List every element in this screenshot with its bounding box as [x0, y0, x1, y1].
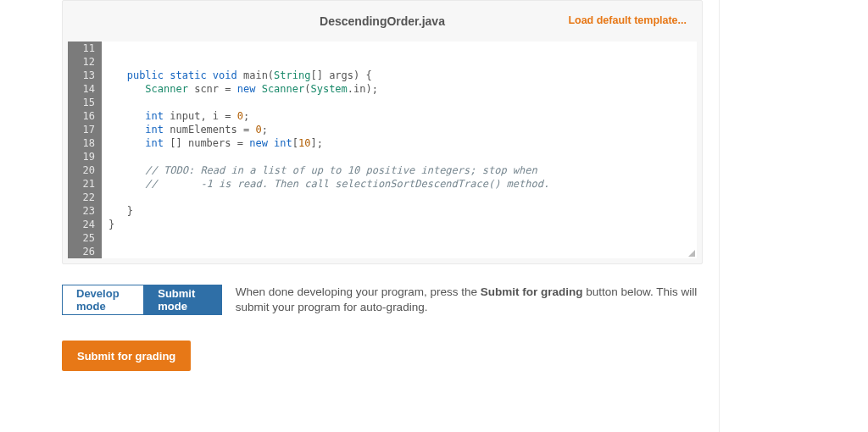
develop-mode-button[interactable]: Develop mode: [62, 285, 143, 315]
submit-for-grading-button[interactable]: Submit for grading: [62, 341, 191, 371]
code-content: int numElements = 0;: [102, 123, 697, 136]
code-content: // TODO: Read in a list of up to 10 posi…: [102, 163, 697, 177]
code-content: // -1 is read. Then call selectionSortDe…: [102, 177, 697, 191]
mode-help-bold: Submit for grading: [481, 285, 583, 298]
code-content: int input, i = 0;: [102, 109, 697, 123]
code-content: }: [102, 204, 697, 218]
code-content: [102, 245, 697, 258]
code-content: [102, 55, 697, 69]
code-line: 26: [68, 245, 697, 258]
submit-mode-button[interactable]: Submit mode: [143, 285, 222, 315]
line-number: 18: [68, 136, 102, 150]
code-editor[interactable]: 11 12 13 public static void main(String[…: [68, 42, 697, 258]
code-line: 25: [68, 231, 697, 245]
code-line: 11: [68, 42, 697, 55]
line-number: 16: [68, 109, 102, 123]
line-number: 20: [68, 163, 102, 177]
code-line: 18 int [] numbers = new int[10];: [68, 136, 697, 150]
code-content: [102, 231, 697, 245]
line-number: 17: [68, 123, 102, 136]
content-card: DescendingOrder.java Load default templa…: [47, 0, 718, 371]
code-content: [102, 150, 697, 163]
code-line: 13 public static void main(String[] args…: [68, 69, 697, 82]
code-line: 19: [68, 150, 697, 163]
code-line: 16 int input, i = 0;: [68, 109, 697, 123]
line-number: 23: [68, 204, 102, 218]
code-line: 15: [68, 96, 697, 109]
code-lines: 11 12 13 public static void main(String[…: [68, 42, 697, 258]
code-line: 21 // -1 is read. Then call selectionSor…: [68, 177, 697, 191]
code-line: 22: [68, 191, 697, 204]
line-number: 11: [68, 42, 102, 55]
line-number: 21: [68, 177, 102, 191]
code-content: [102, 42, 697, 55]
code-content: public static void main(String[] args) {: [102, 69, 697, 82]
line-number: 24: [68, 218, 102, 231]
code-line: 14 Scanner scnr = new Scanner(System.in)…: [68, 82, 697, 96]
code-content: [102, 96, 697, 109]
line-number: 22: [68, 191, 102, 204]
code-line: 23 }: [68, 204, 697, 218]
code-header: DescendingOrder.java Load default templa…: [63, 1, 702, 42]
line-number: 13: [68, 69, 102, 82]
line-number: 25: [68, 231, 102, 245]
code-content: }: [102, 218, 697, 231]
mode-help-text: When done developing your program, press…: [236, 285, 703, 315]
file-name: DescendingOrder.java: [320, 14, 445, 28]
line-number: 26: [68, 245, 102, 258]
code-content: Scanner scnr = new Scanner(System.in);: [102, 82, 697, 96]
code-line: 20 // TODO: Read in a list of up to 10 p…: [68, 163, 697, 177]
line-number: 19: [68, 150, 102, 163]
line-number: 15: [68, 96, 102, 109]
line-number: 12: [68, 55, 102, 69]
code-panel: DescendingOrder.java Load default templa…: [62, 0, 703, 264]
divider: [719, 0, 720, 432]
mode-row: Develop mode Submit mode When done devel…: [62, 285, 703, 315]
code-content: int [] numbers = new int[10];: [102, 136, 697, 150]
load-default-link[interactable]: Load default template...: [568, 14, 687, 26]
mode-help-pre: When done developing your program, press…: [236, 285, 481, 298]
page-root: DescendingOrder.java Load default templa…: [0, 0, 868, 432]
code-content: [102, 191, 697, 204]
code-line: 12: [68, 55, 697, 69]
line-number: 14: [68, 82, 102, 96]
code-line: 24}: [68, 218, 697, 231]
code-line: 17 int numElements = 0;: [68, 123, 697, 136]
